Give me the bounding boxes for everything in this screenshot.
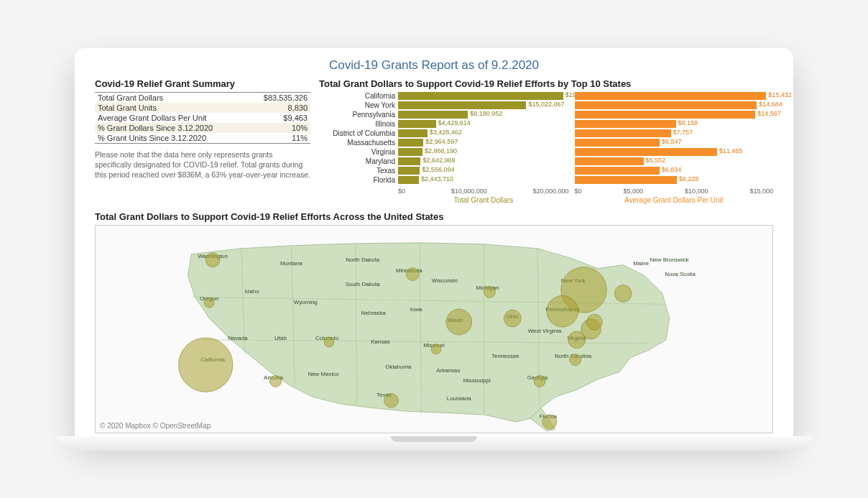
summary-label: Average Grant Dollars Per Unit xyxy=(95,113,248,123)
summary-footnote: Please note that the data here only repr… xyxy=(95,149,310,180)
avg-per-unit-chart[interactable]: $15,432$14,684$14,567$8,158$7,757$6,847$… xyxy=(575,92,773,204)
avg-per-unit-axis-title: Average Grant Dollars Per Unit xyxy=(575,196,773,204)
bar-row[interactable]: $11,465 xyxy=(575,148,773,157)
map-bubble[interactable] xyxy=(568,331,586,348)
report-title: Covid-19 Grants Report as of 9.2.2020 xyxy=(95,58,773,73)
bar-row[interactable]: Florida$2,443,710 xyxy=(319,176,569,185)
bar-row[interactable]: Pennsylvania$8,180,952 xyxy=(319,111,569,119)
bar-value: $5,552 xyxy=(646,157,666,164)
bar-value: $6,834 xyxy=(662,166,682,173)
bar-row[interactable]: $14,567 xyxy=(575,111,773,119)
map-section: Total Grant Dollars to Support Covid-19 … xyxy=(95,211,773,433)
map-bubble[interactable] xyxy=(587,314,603,330)
axis-tick: $0 xyxy=(398,188,405,195)
us-map[interactable]: WashingtonMontanaNorth DakotaSouth Dakot… xyxy=(95,225,773,433)
map-bubble[interactable] xyxy=(614,285,632,302)
summary-row: % Grant Dollars Since 3.12.202010% xyxy=(95,123,310,133)
bar-row[interactable]: Virginia$2,866,190 xyxy=(319,148,569,157)
map-state-label: New Brunswick xyxy=(650,256,689,262)
map-state-label: Idaho xyxy=(245,288,259,295)
map-bubble[interactable] xyxy=(204,298,214,308)
map-state-label: Montana xyxy=(280,259,303,266)
bar-value: $2,642,969 xyxy=(423,157,455,164)
bar-value: $2,866,190 xyxy=(425,147,457,155)
bar-value: $3,428,462 xyxy=(430,129,462,136)
map-bubble[interactable] xyxy=(324,336,334,346)
top10-chart-title: Total Grant Dollars to Support Covid-19 … xyxy=(319,78,773,89)
axis-tick: $15,000 xyxy=(749,188,773,195)
bar-state-label: District of Columbia xyxy=(319,129,398,137)
map-bubble[interactable] xyxy=(384,393,398,407)
summary-label: Total Grant Dollars xyxy=(95,92,248,103)
bar-row[interactable]: Maryland$2,642,969 xyxy=(319,157,569,166)
bar-value: $2,964,597 xyxy=(425,138,458,145)
dashboard-window: Covid-19 Grants Report as of 9.2.2020 Co… xyxy=(75,48,793,438)
map-bubble[interactable] xyxy=(534,375,545,387)
summary-value: 11% xyxy=(248,133,310,144)
bar-value: $7,757 xyxy=(673,129,693,136)
total-dollars-axis-title: Total Grant Dollars xyxy=(398,196,569,204)
map-bubble[interactable] xyxy=(504,310,521,327)
bar-row[interactable]: $15,432 xyxy=(575,92,773,101)
map-bubble[interactable] xyxy=(206,252,220,267)
summary-label: % Grant Dollars Since 3.12.2020 xyxy=(95,123,248,133)
bar-row[interactable]: California$19,336,732 xyxy=(319,92,569,101)
bar-row[interactable]: New York$15,022,067 xyxy=(319,101,569,110)
map-state-label: Iowa xyxy=(410,306,423,313)
bar-row[interactable]: $6,834 xyxy=(575,167,773,175)
bar-value: $4,429,614 xyxy=(438,119,471,126)
axis-tick: $20,000,000 xyxy=(533,188,569,195)
axis-tick: $10,000 xyxy=(685,188,708,195)
map-state-label: Tennessee xyxy=(491,352,520,359)
bar-row[interactable]: $14,684 xyxy=(575,101,773,110)
map-bubble[interactable] xyxy=(431,343,441,354)
map-state-label: Utah xyxy=(274,334,287,341)
map-bubble[interactable] xyxy=(547,295,578,327)
summary-table: Total Grant Dollars$83,535,326Total Gran… xyxy=(95,92,310,144)
map-state-label: New Mexico xyxy=(308,370,339,377)
bar-value: $15,022,067 xyxy=(528,101,564,108)
bar-state-label: Massachusetts xyxy=(319,139,398,147)
summary-value: 8,830 xyxy=(248,103,310,113)
map-bubble[interactable] xyxy=(446,309,472,335)
bar-row[interactable]: Texas$2,556,094 xyxy=(319,167,569,175)
map-bubble[interactable] xyxy=(542,415,557,429)
map-bubble[interactable] xyxy=(484,286,496,298)
map-bubble[interactable] xyxy=(570,354,581,365)
map-state-label: Mississippi xyxy=(463,377,491,384)
bar-value: $8,158 xyxy=(678,119,698,126)
total-dollars-chart[interactable]: California$19,336,732New York$15,022,067… xyxy=(319,92,569,204)
axis-tick: $5,000 xyxy=(624,188,644,195)
bar-value: $8,228 xyxy=(679,175,699,183)
bar-row[interactable]: $6,847 xyxy=(575,139,773,147)
summary-row: Total Grant Dollars$83,535,326 xyxy=(95,92,310,103)
summary-label: Total Grant Units xyxy=(95,103,248,113)
bar-state-label: Illinois xyxy=(319,120,398,128)
bar-row[interactable]: Massachusetts$2,964,597 xyxy=(319,139,569,147)
bar-value: $11,465 xyxy=(719,147,743,155)
bar-row[interactable]: $8,158 xyxy=(575,120,773,129)
summary-row: Total Grant Units8,830 xyxy=(95,103,310,113)
map-title: Total Grant Dollars to Support Covid-19 … xyxy=(95,211,773,222)
map-state-label: Oklahoma xyxy=(385,363,412,369)
map-state-label: Nevada xyxy=(228,334,248,341)
bar-row[interactable]: $5,552 xyxy=(575,157,773,166)
bar-row[interactable]: Illinois$4,429,614 xyxy=(319,120,569,129)
map-state-label: Wisconsin xyxy=(432,277,458,284)
bar-row[interactable]: District of Columbia$3,428,462 xyxy=(319,129,569,138)
map-state-label: Arkansas xyxy=(436,366,460,373)
map-bubble[interactable] xyxy=(178,337,232,391)
bar-row[interactable]: $7,757 xyxy=(575,129,773,138)
summary-value: 10% xyxy=(248,123,310,133)
map-state-label: Wyoming xyxy=(294,299,318,305)
map-state-label: Louisiana xyxy=(447,395,472,402)
bar-state-label: California xyxy=(319,92,398,100)
bar-value: $2,443,710 xyxy=(421,175,453,183)
map-credits: © 2020 Mapbox © OpenStreetMap xyxy=(100,422,211,430)
bar-row[interactable]: $8,228 xyxy=(575,176,773,185)
map-bubble[interactable] xyxy=(270,375,282,387)
map-state-label: Nova Scotia xyxy=(665,270,696,277)
bar-value: $14,567 xyxy=(757,110,781,117)
map-bubble[interactable] xyxy=(406,267,419,280)
map-state-label: South Dakota xyxy=(346,281,381,287)
